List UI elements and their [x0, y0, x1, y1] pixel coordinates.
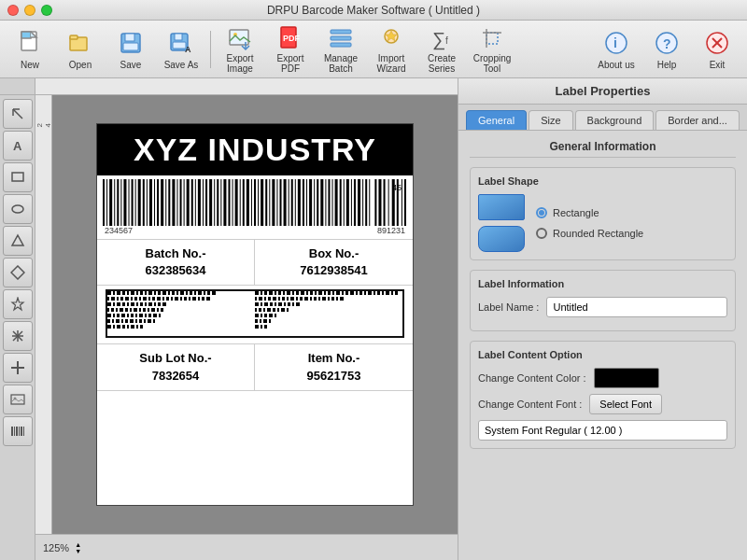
- svg-rect-218: [135, 314, 137, 317]
- minimize-button[interactable]: [24, 5, 35, 16]
- export-pdf-icon: PDF: [275, 25, 305, 51]
- info-section-label: Label Information: [478, 278, 727, 289]
- select-font-button[interactable]: Select Font: [589, 394, 662, 414]
- tab-general[interactable]: General: [466, 110, 527, 130]
- svg-rect-103: [276, 179, 277, 226]
- barcode-tool[interactable]: [3, 416, 33, 446]
- svg-rect-143: [127, 291, 129, 295]
- cropping-tool-button[interactable]: Cropping Tool: [468, 24, 516, 75]
- svg-rect-96: [251, 179, 252, 226]
- create-series-icon: ∑f: [427, 25, 457, 51]
- zoom-up-arrow[interactable]: ▲: [75, 541, 81, 548]
- svg-rect-55: [23, 427, 24, 436]
- svg-rect-286: [304, 297, 308, 301]
- svg-rect-308: [267, 308, 271, 312]
- svg-rect-93: [240, 179, 241, 226]
- svg-rect-244: [261, 291, 262, 295]
- svg-rect-144: [131, 291, 134, 295]
- rectangle-preview[interactable]: [478, 194, 525, 220]
- rectangle-tool[interactable]: [3, 162, 33, 192]
- cross-tool[interactable]: [3, 353, 33, 383]
- svg-text:∑: ∑: [432, 29, 445, 50]
- create-series-label: Create Series: [419, 53, 464, 74]
- svg-rect-261: [336, 291, 340, 295]
- manage-batch-button[interactable]: Manage Batch: [317, 24, 365, 75]
- svg-rect-168: [131, 297, 133, 301]
- close-button[interactable]: [7, 5, 19, 16]
- svg-rect-50: [11, 427, 13, 436]
- star-tool[interactable]: [3, 289, 33, 319]
- about-button[interactable]: i About us: [592, 24, 641, 75]
- save-as-button[interactable]: A Save As: [157, 24, 205, 75]
- svg-rect-257: [318, 291, 322, 295]
- ruler-top: -1.2 -1 1 6 8: [0, 78, 458, 95]
- shape-options: Rectangle Rounded Rectangle: [478, 194, 727, 252]
- barcode-area-1: // Generated via inline SVG rects: [97, 175, 413, 239]
- rounded-rect-preview[interactable]: [478, 226, 525, 252]
- arrow-tool[interactable]: [3, 99, 33, 129]
- open-button[interactable]: Open: [56, 24, 105, 75]
- svg-rect-220: [145, 314, 147, 317]
- export-pdf-button[interactable]: PDF Export PDF: [266, 24, 315, 75]
- svg-rect-60: [117, 179, 119, 226]
- svg-rect-139: [107, 291, 111, 295]
- svg-rect-262: [342, 291, 344, 295]
- svg-rect-91: [233, 179, 233, 226]
- about-label: About us: [598, 60, 634, 70]
- svg-rect-177: [171, 297, 173, 301]
- svg-rect-110: [303, 179, 304, 226]
- help-button[interactable]: ? Help: [642, 24, 691, 75]
- svg-rect-252: [296, 291, 299, 295]
- svg-rect-307: [263, 308, 265, 312]
- maximize-button[interactable]: [41, 5, 52, 16]
- exit-button[interactable]: Exit: [693, 24, 741, 75]
- svg-rect-6: [123, 43, 138, 50]
- svg-rect-104: [279, 179, 281, 226]
- svg-rect-292: [331, 297, 334, 301]
- svg-rect-240: [131, 325, 134, 329]
- image-tool[interactable]: [3, 385, 33, 414]
- svg-rect-116: [325, 179, 326, 226]
- svg-rect-313: [255, 314, 259, 317]
- label-name-row: Label Name :: [478, 297, 727, 317]
- label-name-input[interactable]: [546, 297, 727, 317]
- save-button[interactable]: Save: [106, 24, 155, 75]
- diamond-tool[interactable]: [3, 258, 33, 287]
- svg-rect-23: [486, 33, 498, 44]
- asterisk-tool[interactable]: [3, 321, 33, 351]
- svg-rect-264: [350, 291, 354, 295]
- tab-border[interactable]: Border and...: [655, 110, 740, 130]
- triangle-tool[interactable]: [3, 226, 33, 256]
- color-swatch[interactable]: [594, 368, 659, 388]
- tab-background[interactable]: Background: [575, 110, 655, 130]
- import-wizard-button[interactable]: Import Wizard: [367, 24, 416, 75]
- new-button[interactable]: New: [6, 24, 54, 75]
- export-image-button[interactable]: Export Image: [216, 24, 264, 75]
- radio-rectangle-row[interactable]: Rectangle: [536, 207, 643, 218]
- svg-rect-322: [255, 325, 259, 329]
- svg-rect-148: [148, 291, 152, 295]
- svg-rect-246: [269, 291, 273, 295]
- svg-rect-94: [243, 179, 245, 226]
- svg-rect-296: [261, 302, 262, 306]
- text-tool[interactable]: A: [3, 131, 33, 161]
- tab-size[interactable]: Size: [529, 110, 572, 130]
- svg-rect-74: [168, 179, 170, 226]
- create-series-button[interactable]: ∑f Create Series: [417, 24, 466, 75]
- titlebar: DRPU Barcode Maker Software ( Untitled ): [0, 0, 747, 21]
- zoom-stepper[interactable]: ▲ ▼: [75, 541, 81, 554]
- svg-rect-106: [289, 179, 289, 226]
- export-image-icon: [225, 25, 255, 51]
- zoom-down-arrow[interactable]: ▼: [75, 548, 81, 554]
- svg-rect-79: [187, 179, 190, 226]
- svg-rect-169: [134, 297, 137, 301]
- svg-rect-317: [275, 314, 276, 317]
- label-name-field-label: Label Name :: [478, 301, 539, 313]
- svg-rect-48: [11, 395, 24, 404]
- ellipse-tool[interactable]: [3, 194, 33, 224]
- radio-rounded-rectangle[interactable]: [536, 228, 547, 239]
- radio-rectangle[interactable]: [536, 207, 547, 218]
- label-canvas[interactable]: XYZ INDUSTRY // Generated via inline SVG…: [96, 123, 414, 506]
- canvas-workspace[interactable]: XYZ INDUSTRY // Generated via inline SVG…: [52, 95, 458, 534]
- radio-rounded-row[interactable]: Rounded Rectangle: [536, 228, 643, 239]
